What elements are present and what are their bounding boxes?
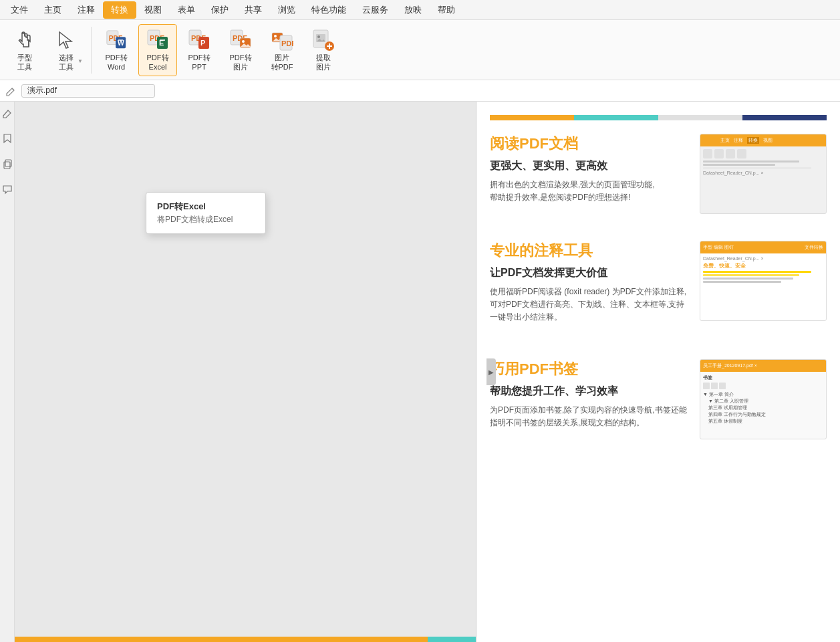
sidebar-comment-icon[interactable] xyxy=(1,183,13,195)
pdf-to-image-icon: PDF xyxy=(229,28,253,52)
svg-point-25 xyxy=(317,35,320,38)
pdf-to-word-icon: PDF W xyxy=(104,28,128,52)
pdf-to-image-label: PDF转图片 xyxy=(230,54,252,71)
collapse-icon: ▶ xyxy=(488,368,494,376)
preview-color-bar xyxy=(490,115,827,120)
hand-tool-button[interactable]: 手型工具 xyxy=(5,24,44,76)
extract-image-label: 提取图片 xyxy=(316,54,331,71)
menubar: 文件 主页 注释 转换 视图 表单 保护 共享 浏览 特色功能 云服务 放映 帮… xyxy=(0,0,840,20)
tooltip-dropdown: PDF转Excel 将PDF文档转成Excel xyxy=(146,192,266,234)
select-tool-button[interactable]: 选择工具 ▼ xyxy=(47,24,86,76)
pdf-to-ppt-label: PDF转PPT xyxy=(188,54,211,71)
menu-item-cloud[interactable]: 云服务 xyxy=(354,1,396,19)
menu-item-home[interactable]: 主页 xyxy=(36,1,69,19)
tooltip-description: 将PDF文档转成Excel xyxy=(146,214,265,228)
menu-item-convert[interactable]: 转换 xyxy=(103,1,136,19)
preview-screenshot-read: 主页 注释 转换 视图 Datasheet_Reader_CN.p.. xyxy=(700,134,827,214)
select-tool-arrow: ▼ xyxy=(78,58,83,64)
color-bar-teal xyxy=(574,115,658,120)
pdf-to-ppt-button[interactable]: PDF P PDF转PPT xyxy=(180,24,219,76)
svg-rect-29 xyxy=(5,160,11,167)
sidebar-edit-icon[interactable] xyxy=(1,107,13,119)
preview-section-read: 主页 注释 转换 视图 Datasheet_Reader_CN.p.. xyxy=(490,134,827,214)
menu-item-file[interactable]: 文件 xyxy=(3,1,36,19)
menu-item-share[interactable]: 共享 xyxy=(237,1,270,19)
hand-icon xyxy=(13,28,37,52)
menu-item-browse[interactable]: 浏览 xyxy=(270,1,303,19)
separator-1 xyxy=(91,27,92,74)
svg-rect-28 xyxy=(4,162,10,169)
hand-tool-label: 手型工具 xyxy=(17,54,32,71)
preview-screenshot-bookmark: 员工手册_20120917.pdf × 书签 ▼ 第一章 简介 ▼ 第二章 入职… xyxy=(700,359,827,439)
filename-input[interactable] xyxy=(21,84,155,98)
menu-item-protect[interactable]: 保护 xyxy=(203,1,237,19)
svg-marker-0 xyxy=(59,32,72,48)
menu-item-form[interactable]: 表单 xyxy=(170,1,203,19)
svg-text:P: P xyxy=(200,39,205,47)
edit-filebar-icon xyxy=(5,86,16,96)
menu-item-slideshow[interactable]: 放映 xyxy=(396,1,430,19)
collapse-handle[interactable]: ▶ xyxy=(486,358,496,385)
left-sidebar xyxy=(0,102,15,642)
pdf-to-excel-icon: PDF E xyxy=(146,28,170,52)
menu-item-view[interactable]: 视图 xyxy=(136,1,170,19)
pdf-to-image-button[interactable]: PDF PDF转图片 xyxy=(221,24,260,76)
image-to-pdf-icon: PDF xyxy=(270,28,294,52)
svg-text:PDF: PDF xyxy=(281,39,293,47)
cursor-icon xyxy=(54,28,78,52)
select-tool-label: 选择工具 xyxy=(59,54,74,71)
tooltip-title: PDF转Excel xyxy=(146,198,265,214)
menu-item-help[interactable]: 帮助 xyxy=(430,1,463,19)
filebar xyxy=(0,80,840,102)
color-bar-gray xyxy=(658,115,742,120)
pdf-to-word-button[interactable]: PDF W PDF转Word xyxy=(97,24,136,76)
extract-image-button[interactable]: 提取图片 xyxy=(304,24,343,76)
color-bar-navy xyxy=(742,115,827,120)
image-to-pdf-button[interactable]: PDF 图片转PDF xyxy=(263,24,301,76)
pdf-preview-panel: 主页 注释 转换 视图 Datasheet_Reader_CN.p.. xyxy=(476,102,840,642)
color-bar-orange xyxy=(490,115,574,120)
image-to-pdf-label: 图片转PDF xyxy=(271,54,293,71)
preview-section-annotation: 手型 编辑 图钉 文件转换 Datasheet_Reader_CN.p... ×… xyxy=(490,241,827,332)
svg-point-19 xyxy=(274,35,277,37)
menu-item-features[interactable]: 特色功能 xyxy=(303,1,354,19)
preview-screenshot-annotation: 手型 编辑 图钉 文件转换 Datasheet_Reader_CN.p... ×… xyxy=(700,241,827,321)
pdf-to-ppt-icon: PDF P xyxy=(187,28,211,52)
sidebar-bookmark-icon[interactable] xyxy=(1,132,13,144)
menu-item-annotate[interactable]: 注释 xyxy=(69,1,103,19)
svg-point-16 xyxy=(242,40,245,43)
toolbar: 手型工具 选择工具 ▼ PDF W PDF转Word xyxy=(0,20,840,80)
preview-section-bookmark: 员工手册_20120917.pdf × 书签 ▼ 第一章 简介 ▼ 第二章 入职… xyxy=(490,359,827,439)
pdf-to-excel-label: PDF转Excel xyxy=(147,54,169,71)
sidebar-copy-icon[interactable] xyxy=(1,158,13,170)
bottom-strip-orange xyxy=(15,637,428,642)
main-area: ▶ 主页 注释 转换 视图 xyxy=(0,102,840,642)
extract-image-icon xyxy=(311,28,335,52)
pdf-to-excel-button[interactable]: PDF E PDF转Excel xyxy=(138,24,177,76)
pdf-to-word-label: PDF转Word xyxy=(106,54,128,71)
